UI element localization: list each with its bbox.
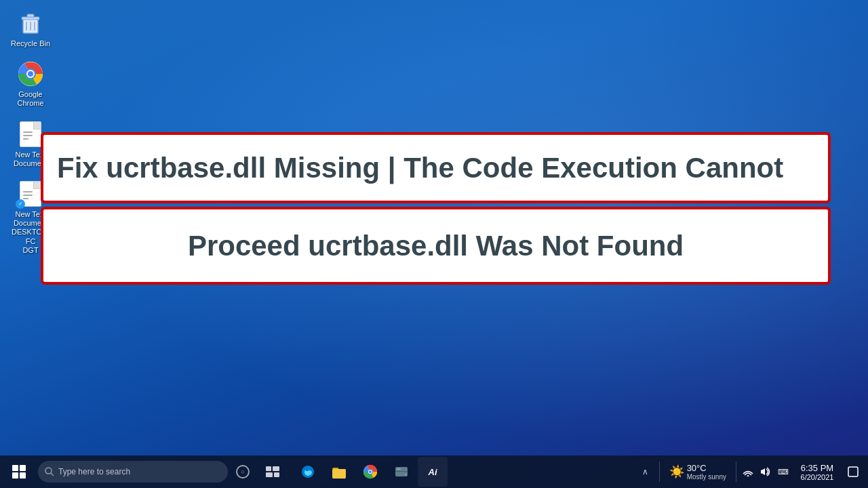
volume-icon-button[interactable] [758, 457, 773, 487]
clock-time: 6:35 PM [801, 463, 833, 473]
task-view-icon [266, 466, 279, 477]
cortana-button[interactable]: ○ [228, 457, 258, 487]
ai-label-text: Ai [429, 467, 437, 477]
overlay-box-2-text: Proceed ucrtbase.dll Was Not Found [188, 230, 684, 262]
svg-point-23 [404, 473, 408, 476]
network-icon [743, 467, 753, 476]
recycle-bin-icon[interactable]: Recycle Bin [7, 7, 54, 51]
svg-rect-12 [266, 466, 271, 471]
cortana-circle-icon: ○ [236, 465, 250, 479]
volume-icon [760, 466, 771, 477]
input-indicator-button[interactable]: ⌨ [776, 457, 791, 487]
overlay-box-2: Proceed ucrtbase.dll Was Not Found [41, 207, 831, 285]
svg-line-11 [51, 473, 54, 476]
system-tray: ∧ ☀️ 30°C Mostly sunny [636, 457, 865, 487]
edge-icon [300, 464, 315, 479]
svg-rect-2 [27, 14, 34, 17]
google-chrome-icon[interactable]: Google Chrome [7, 58, 54, 110]
search-icon [45, 467, 54, 476]
taskbar: Type here to search ○ [0, 455, 868, 488]
overlay-box-1-text: Fix ucrtbase.dll Missing | The Code Exec… [57, 152, 783, 184]
weather-widget[interactable]: ☀️ 30°C Mostly sunny [664, 463, 732, 481]
weather-condition: Mostly sunny [687, 473, 726, 481]
taskbar-edge-icon[interactable] [293, 457, 323, 487]
svg-rect-15 [274, 472, 279, 477]
show-hidden-icons-button[interactable]: ∧ [636, 457, 655, 487]
weather-temp: 30°C [687, 463, 707, 473]
storage-icon [394, 464, 409, 479]
desktop: Recycle Bin Google Chrome [0, 0, 868, 488]
tray-separator [659, 462, 660, 482]
notification-center-button[interactable] [844, 457, 863, 487]
svg-point-25 [747, 475, 749, 476]
taskbar-pinned-apps: Ai [293, 457, 448, 487]
start-button[interactable] [3, 455, 35, 488]
file-explorer-icon [332, 464, 347, 479]
tray-separator-2 [736, 462, 736, 482]
input-indicator-icon: ⌨ [778, 468, 789, 476]
svg-rect-13 [273, 466, 279, 471]
taskbar-ai-button[interactable]: Ai [418, 457, 448, 487]
clock-date: 6/20/2021 [801, 473, 834, 481]
network-icon-button[interactable] [741, 457, 755, 487]
svg-rect-17 [332, 469, 346, 479]
recycle-bin-label: Recycle Bin [11, 39, 50, 48]
task-view-button[interactable] [258, 457, 288, 487]
svg-point-10 [45, 468, 52, 474]
search-placeholder-text: Type here to search [58, 467, 130, 476]
svg-rect-1 [22, 17, 39, 20]
overlay-box-1: Fix ucrtbase.dll Missing | The Code Exec… [41, 132, 831, 203]
chevron-up-icon: ∧ [642, 467, 648, 476]
clock-button[interactable]: 6:35 PM 6/20/2021 [793, 463, 841, 481]
google-chrome-label: Google Chrome [9, 90, 52, 108]
svg-rect-24 [395, 471, 408, 472]
overlay-boxes: Fix ucrtbase.dll Missing | The Code Exec… [41, 132, 831, 285]
taskbar-storage-icon[interactable] [387, 457, 416, 487]
svg-rect-14 [266, 472, 273, 477]
windows-logo-icon [12, 465, 26, 479]
taskbar-file-explorer-icon[interactable] [324, 457, 354, 487]
taskbar-chrome-icon[interactable] [355, 457, 385, 487]
svg-point-9 [28, 71, 33, 77]
svg-point-20 [369, 470, 372, 473]
svg-rect-26 [848, 467, 858, 476]
notification-icon [848, 466, 859, 477]
search-bar[interactable]: Type here to search [38, 461, 228, 483]
weather-icon: ☀️ [669, 464, 684, 479]
svg-rect-22 [397, 468, 401, 470]
